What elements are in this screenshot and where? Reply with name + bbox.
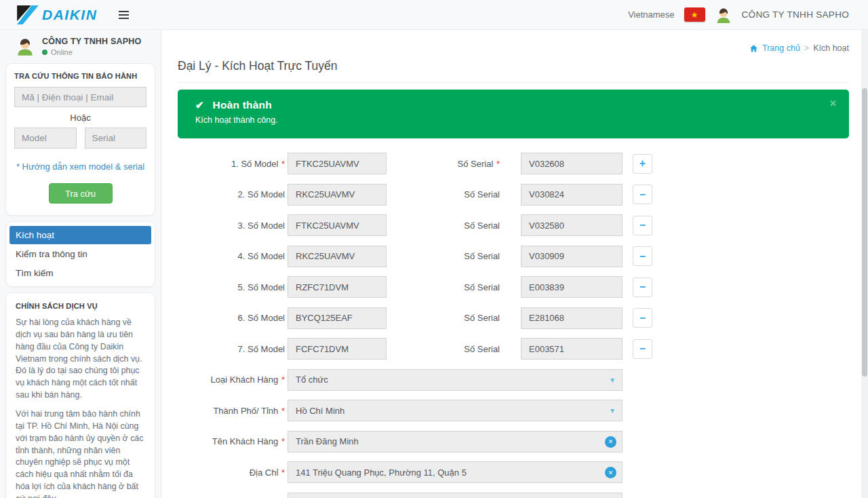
minus-icon: − — [639, 282, 646, 292]
remove-row-button[interactable]: − — [633, 339, 652, 359]
policy-paragraph: Với hai trung tâm bảo hành chính tại TP.… — [16, 408, 145, 498]
product-row-5: 5. Số Model RZFC71DVM Số Serial E003839 … — [178, 276, 854, 298]
next-field-row — [178, 493, 854, 498]
success-alert: ✔ Hoàn thành Kích hoạt thành công. ✕ — [178, 90, 849, 138]
sidebar-user-name: CÔNG TY TNHH SAPHO — [42, 37, 141, 46]
alert-message: Kích hoạt thành công. — [195, 115, 831, 125]
customer-name-label: Tên Khách Hàng * — [178, 436, 285, 446]
minus-icon: − — [639, 251, 646, 262]
policy-paragraph: Sự hài lòng của khách hàng về dịch vụ sa… — [16, 317, 145, 402]
model-input-6[interactable]: BYCQ125EAF — [288, 307, 387, 329]
city-select[interactable]: Hồ Chí Minh ▾ — [288, 400, 623, 421]
customer-type-label: Loại Khách Hàng * — [178, 375, 285, 385]
remove-row-button[interactable]: − — [633, 246, 652, 266]
header-user-name[interactable]: CÔNG TY TNHH SAPHO — [742, 9, 849, 20]
product-row-2: 2. Số Model RKC25UAVMV Số Serial V030824… — [178, 184, 854, 206]
lookup-serial-input[interactable]: Serial — [85, 128, 147, 149]
daikin-logo[interactable]: DAIKIN — [16, 5, 97, 24]
product-row-7: 7. Số Model FCFC71DVM Số Serial E003571 … — [178, 338, 854, 360]
minus-icon: − — [639, 343, 646, 354]
serial-input-3[interactable]: V032580 — [521, 214, 623, 236]
clear-icon[interactable]: ✕ — [605, 467, 616, 478]
daikin-logo-mark-icon — [16, 5, 39, 24]
model-serial-guide-link[interactable]: * Hướng dẫn xem model & serial — [14, 161, 146, 172]
home-icon[interactable] — [749, 44, 758, 53]
sidebar-user-block: CÔNG TY TNHH SAPHO Online — [0, 30, 161, 60]
lookup-model-input[interactable]: Model — [14, 128, 77, 149]
remove-row-button[interactable]: − — [633, 185, 652, 204]
model-input-3[interactable]: FTKC25UAVMV — [288, 214, 387, 236]
serial-label: Số Serial — [387, 251, 500, 261]
city-row: Thành Phố/ Tỉnh * Hồ Chí Minh ▾ — [178, 400, 854, 421]
breadcrumb-current: Kích hoạt — [813, 43, 849, 53]
top-header: DAIKIN Vietnamese ★ CÔNG TY TNHH SAPHO — [0, 0, 868, 30]
page-title: Đại Lý - Kích Hoạt Trực Tuyến — [178, 59, 849, 83]
lookup-button[interactable]: Tra cứu — [49, 183, 113, 204]
serial-input-4[interactable]: V030909 — [521, 246, 623, 267]
online-status-dot — [42, 50, 47, 55]
address-label: Địa Chỉ * — [178, 467, 285, 478]
minus-icon: − — [639, 189, 646, 200]
model-label: 1. Số Model * — [178, 159, 285, 169]
model-label: 5. Số Model — [178, 282, 285, 292]
sidebar-menu: Kích hoạt Kiểm tra thông tin Tìm kiếm — [5, 221, 155, 287]
or-label: Hoặc — [14, 113, 146, 123]
model-input-2[interactable]: RKC25UAVMV — [288, 184, 387, 206]
remove-row-button[interactable]: − — [633, 277, 652, 297]
vietnam-flag-icon[interactable]: ★ — [684, 7, 705, 22]
model-label: 7. Số Model — [178, 344, 285, 354]
serial-label: Số Serial — [387, 344, 500, 354]
model-label: 2. Số Model — [178, 189, 285, 199]
customer-name-input[interactable]: Trần Đăng Minh ✕ — [288, 431, 623, 453]
online-status-label: Online — [51, 48, 73, 56]
product-row-1: 1. Số Model * FTKC25UAVMV Số Serial * V0… — [178, 153, 854, 174]
breadcrumb: Trang chủ > Kích hoạt — [178, 30, 854, 53]
menu-toggle-icon[interactable] — [116, 8, 132, 22]
lookup-panel-title: TRA CỨU THÔNG TIN BẢO HÀNH — [14, 72, 146, 80]
lookup-code-input[interactable]: Mã | Điện thoại | Email — [14, 87, 146, 107]
warranty-lookup-panel: TRA CỨU THÔNG TIN BẢO HÀNH Mã | Điện tho… — [5, 63, 155, 216]
serial-input-1[interactable]: V032608 — [521, 153, 623, 174]
sidebar-user-avatar — [15, 36, 35, 56]
alert-close-icon[interactable]: ✕ — [829, 98, 837, 109]
plus-icon: + — [639, 158, 646, 169]
product-row-3: 3. Số Model FTKC25UAVMV Số Serial V03258… — [178, 214, 854, 236]
sidebar-item-tim-kiem[interactable]: Tìm kiếm — [9, 264, 151, 282]
sidebar-item-kich-hoat[interactable]: Kích hoạt — [9, 226, 151, 244]
serial-input-7[interactable]: E003571 — [521, 338, 623, 360]
remove-row-button[interactable]: − — [633, 216, 652, 235]
model-input-4[interactable]: RKC25UAVMV — [288, 246, 387, 267]
serial-label: Số Serial — [387, 189, 500, 199]
serial-label: Số Serial — [387, 221, 500, 231]
check-icon: ✔ — [195, 99, 204, 111]
serial-label: Số Serial — [387, 282, 500, 292]
customer-type-row: Loại Khách Hàng * Tổ chức ▾ — [178, 369, 854, 391]
serial-label: Số Serial * — [387, 159, 500, 169]
serial-label: Số Serial — [387, 313, 500, 323]
clear-icon[interactable]: ✕ — [605, 436, 616, 448]
model-input-5[interactable]: RZFC71DVM — [288, 276, 387, 298]
model-label: 3. Số Model — [178, 221, 285, 231]
serial-input-2[interactable]: V030824 — [521, 184, 623, 206]
model-input-1[interactable]: FTKC25UAVMV — [288, 153, 387, 174]
customer-type-select[interactable]: Tổ chức ▾ — [288, 369, 623, 391]
chevron-down-icon: ▾ — [610, 406, 614, 415]
remove-row-button[interactable]: − — [633, 308, 652, 328]
model-input-7[interactable]: FCFC71DVM — [288, 338, 387, 360]
sidebar-item-kiem-tra-thong-tin[interactable]: Kiểm tra thông tin — [9, 245, 151, 263]
breadcrumb-home-link[interactable]: Trang chủ — [762, 43, 800, 53]
serial-input-5[interactable]: E003839 — [521, 276, 623, 298]
serial-input-6[interactable]: E281068 — [521, 307, 623, 329]
flag-star-icon: ★ — [691, 11, 698, 19]
main-content: Trang chủ > Kích hoạt Đại Lý - Kích Hoạt… — [161, 30, 861, 498]
scrollbar-track[interactable] — [861, 30, 868, 498]
language-label[interactable]: Vietnamese — [628, 9, 674, 20]
scrollbar-thumb[interactable] — [862, 88, 867, 377]
next-field-input[interactable] — [288, 493, 623, 498]
policy-panel-title: CHÍNH SÁCH DỊCH VỤ — [16, 302, 145, 310]
add-row-button[interactable]: + — [633, 154, 652, 174]
address-input[interactable]: 141 Triệu Quang Phục, Phường 11, Quận 5 … — [288, 461, 623, 483]
activation-form: 1. Số Model * FTKC25UAVMV Số Serial * V0… — [178, 153, 854, 498]
header-user-avatar[interactable] — [715, 6, 732, 24]
breadcrumb-separator: > — [804, 43, 809, 53]
